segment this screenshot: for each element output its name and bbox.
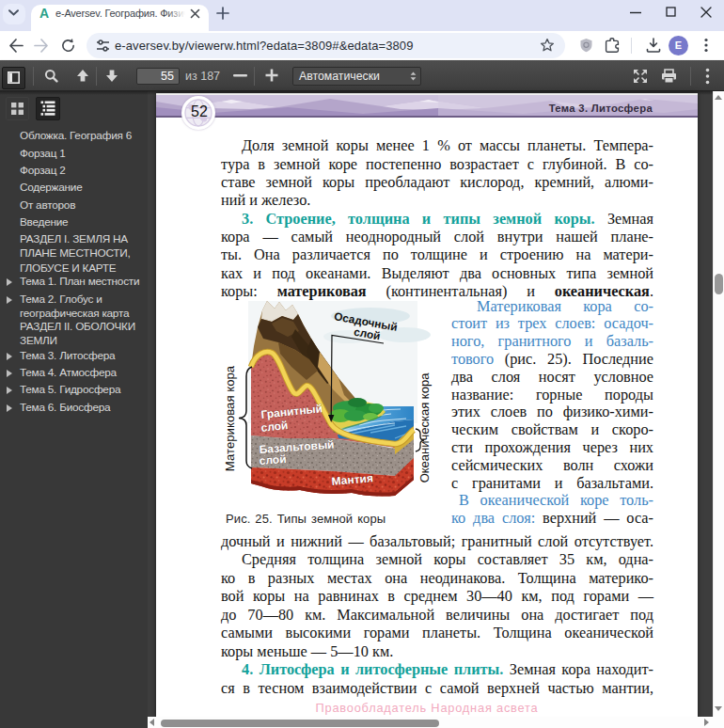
svg-text:Материковая кора: Материковая кора — [223, 365, 237, 471]
svg-text:Океаническая кора: Океаническая кора — [417, 372, 432, 483]
svg-text:слой: слой — [259, 452, 287, 467]
